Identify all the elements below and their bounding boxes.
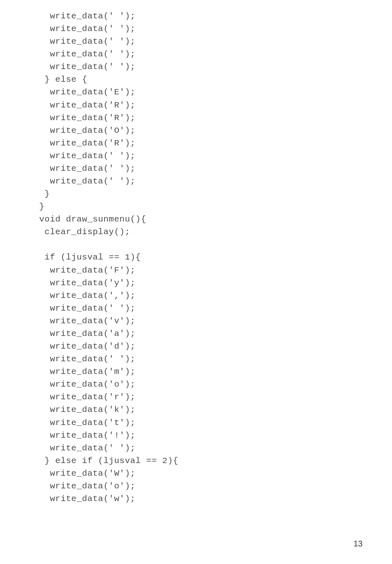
code-listing: write_data(' '); write_data(' '); write_…	[39, 10, 368, 505]
page-number: 13	[354, 538, 363, 550]
document-page: write_data(' '); write_data(' '); write_…	[0, 0, 392, 564]
